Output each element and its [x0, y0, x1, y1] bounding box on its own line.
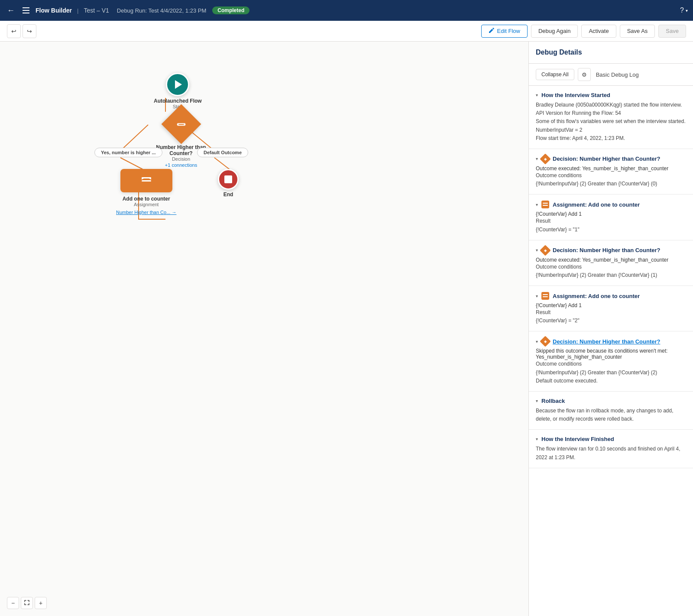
end-node[interactable]: End [218, 169, 239, 198]
debug-section-assignment-2: ▾ Assignment: Add one to counter {!Count… [529, 286, 693, 331]
debug-line-interview-started-3: NumberInputVar = 2 [536, 126, 686, 134]
debug-line-decision-3-0: Skipped this outcome because its conditi… [536, 348, 686, 360]
section-header-decision-2[interactable]: ▾ ◈ Decision: Number Higher than Counter… [536, 246, 686, 254]
collapse-all-label: Collapse All [541, 71, 569, 78]
hamburger-icon [23, 7, 29, 13]
outcome-yes-node[interactable]: Yes, number is higher ... [94, 148, 162, 157]
svg-rect-13 [142, 180, 151, 182]
debug-line-assignment-1-2: {!CounterVar} = "1" [536, 226, 686, 234]
debug-panel-title: Debug Details [536, 49, 686, 56]
section-content-rollback: Because the flow ran in rollback mode, a… [536, 407, 686, 423]
section-header-assignment-1[interactable]: ▾ Assignment: Add one to counter [536, 201, 686, 208]
section-title-rollback: Rollback [541, 398, 565, 404]
menu-button[interactable] [21, 6, 31, 15]
section-content-interview-finished: The flow interview ran for 0.10 seconds … [536, 445, 686, 461]
debug-line-assignment-2-1: Result [536, 308, 686, 317]
debug-line-decision-3-2: {!NumberInputVar} (2) Greater than {!Cou… [536, 369, 686, 377]
decision-diamond[interactable] [161, 104, 201, 144]
no-outcome-box[interactable]: Default Outcome [197, 148, 248, 157]
edit-icon [489, 28, 494, 35]
debug-section-interview-finished: ▾ How the Interview Finished The flow in… [529, 430, 693, 468]
assignment-node[interactable]: Add one to counter Assignment Number Hig… [116, 169, 176, 215]
svg-rect-19 [543, 296, 548, 297]
debug-line-decision-2-1: Outcome conditions [536, 263, 686, 271]
activate-label: Activate [589, 28, 609, 34]
chevron-icon-assignment-2: ▾ [536, 294, 538, 298]
debug-panel: Debug Details Collapse All ⚙ Basic Debug… [528, 42, 693, 616]
zoom-fit-icon [24, 600, 29, 606]
save-as-button[interactable]: Save As [620, 25, 655, 38]
yes-outcome-box[interactable]: Yes, number is higher ... [94, 148, 162, 157]
decision-connections-link[interactable]: +1 connections [165, 162, 197, 168]
debug-section-rollback: ▾ Rollback Because the flow ran in rollb… [529, 392, 693, 430]
debug-line-interview-started-1: API Version for Running the Flow: 54 [536, 109, 686, 117]
zoom-out-icon: − [11, 600, 15, 606]
panel-resize-handle[interactable] [529, 42, 531, 616]
section-header-interview-finished[interactable]: ▾ How the Interview Finished [536, 436, 686, 442]
flow-canvas[interactable]: Autolaunched Flow Start N [0, 42, 528, 616]
assignment-icon [142, 176, 151, 185]
loop-back-link[interactable]: Number Higher than Co... → [116, 210, 176, 215]
edit-flow-button[interactable]: Edit Flow [481, 25, 527, 38]
section-header-decision-3[interactable]: ▾ ◈ Decision: Number Higher than Counter… [536, 337, 686, 345]
start-node[interactable]: Autolaunched Flow Start [154, 73, 202, 109]
debug-again-button[interactable]: Debug Again [531, 25, 578, 38]
chevron-icon-assignment-1: ▾ [536, 202, 538, 207]
back-button[interactable]: ← [5, 4, 16, 17]
section-content-assignment-2: {!CounterVar} Add 1Result{!CounterVar} =… [536, 302, 686, 325]
svg-rect-16 [543, 203, 548, 204]
app-title: Flow Builder [36, 7, 72, 14]
assignment-box[interactable] [120, 169, 172, 192]
svg-line-4 [120, 125, 148, 151]
section-title-decision-2: Decision: Number Higher than Counter? [553, 247, 660, 253]
svg-line-7 [214, 158, 230, 169]
assignment-title: Add one to counter [116, 196, 176, 202]
flow-area: Autolaunched Flow Start N [0, 42, 528, 616]
edit-flow-label: Edit Flow [497, 28, 520, 34]
debug-toolbar: Collapse All ⚙ Basic Debug Log [529, 64, 693, 86]
section-header-assignment-2[interactable]: ▾ Assignment: Add one to counter [536, 292, 686, 300]
debug-section-decision-3: ▾ ◈ Decision: Number Higher than Counter… [529, 331, 693, 392]
outcome-no-node[interactable]: Default Outcome [197, 148, 248, 157]
start-node-label: Autolaunched Flow [154, 98, 202, 104]
section-title-link-decision-3[interactable]: Decision: Number Higher than Counter? [553, 338, 660, 345]
debug-line-decision-1-1: Outcome conditions [536, 172, 686, 180]
debug-run-label: Debug Run: Test 4/4/2022, 1:23 PM [117, 7, 206, 14]
section-content-decision-3: Skipped this outcome because its conditi… [536, 348, 686, 385]
zoom-out-button[interactable]: − [7, 597, 19, 609]
section-content-decision-1: Outcome executed: Yes_number_is_higher_t… [536, 165, 686, 188]
undo-button[interactable]: ↩ [7, 24, 21, 38]
zoom-in-button[interactable]: + [35, 597, 47, 609]
help-chevron-icon: ▾ [686, 8, 688, 13]
decision-node[interactable]: Number Higher than Counter? Decision +1 … [151, 110, 211, 168]
zoom-fit-button[interactable] [21, 597, 33, 609]
toolbar: ↩ ↪ Edit Flow Debug Again Activate Save … [0, 21, 693, 42]
debug-content[interactable]: ▾ How the Interview Started Bradley Dela… [529, 86, 693, 616]
chevron-icon-interview-finished: ▾ [536, 437, 538, 441]
save-button: Save [658, 25, 686, 38]
section-header-interview-started[interactable]: ▾ How the Interview Started [536, 92, 686, 98]
start-circle[interactable] [166, 73, 189, 96]
section-header-decision-1[interactable]: ▾ ◈ Decision: Number Higher than Counter… [536, 155, 686, 163]
activate-button[interactable]: Activate [581, 25, 616, 38]
debug-header: Debug Details [529, 42, 693, 64]
debug-line-decision-2-0: Outcome executed: Yes_number_is_higher_t… [536, 257, 686, 263]
section-title-interview-started: How the Interview Started [541, 92, 610, 98]
section-content-interview-started: Bradley Delaune (0050a00000KKqgI) starte… [536, 101, 686, 143]
assignment-label-area: Add one to counter Assignment Number Hig… [116, 194, 176, 215]
redo-button[interactable]: ↪ [23, 24, 36, 38]
svg-rect-18 [543, 294, 548, 295]
debug-line-assignment-2-2: {!CounterVar} = "2" [536, 317, 686, 325]
end-circle[interactable] [218, 169, 239, 190]
section-header-rollback[interactable]: ▾ Rollback [536, 398, 686, 404]
loop-link-text: Number Higher than Co... → [116, 210, 176, 215]
debug-line-decision-1-0: Outcome executed: Yes_number_is_higher_t… [536, 165, 686, 172]
zoom-controls: − + [7, 597, 47, 609]
debug-line-decision-2-2: {!NumberInputVar} (2) Greater than {!Cou… [536, 271, 686, 279]
debug-settings-button[interactable]: ⚙ [578, 68, 591, 81]
debug-line-decision-3-1: Outcome conditions [536, 360, 686, 368]
collapse-all-button[interactable]: Collapse All [536, 69, 574, 80]
nav-separator: | [77, 7, 78, 14]
help-button[interactable]: ? ▾ [680, 6, 688, 14]
svg-rect-8 [177, 123, 185, 124]
